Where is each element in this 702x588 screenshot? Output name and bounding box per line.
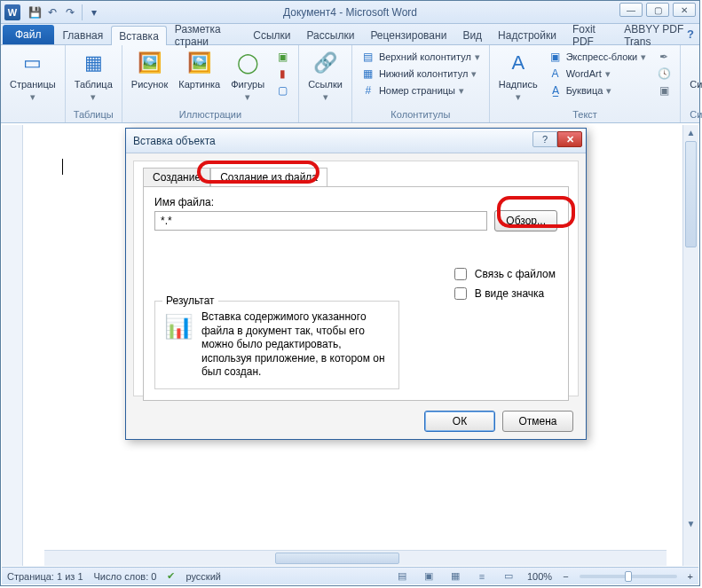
browse-button[interactable]: Обзор... bbox=[494, 210, 557, 231]
quickparts-icon: ▣ bbox=[548, 50, 563, 64]
view-draft[interactable]: ▭ bbox=[501, 569, 517, 584]
chevron-down-icon: ▾ bbox=[91, 6, 97, 19]
quickparts-label: Экспресс-блоки bbox=[566, 51, 638, 62]
object-button[interactable]: ▣ bbox=[655, 82, 673, 98]
textbox-button[interactable]: A Надпись ▾ bbox=[495, 47, 541, 105]
zoom-thumb[interactable] bbox=[625, 571, 632, 582]
horizontal-scrollbar[interactable] bbox=[44, 550, 667, 566]
link-to-file-checkbox[interactable]: Связь с файлом bbox=[451, 265, 556, 283]
cancel-button[interactable]: Отмена bbox=[502, 411, 573, 432]
pages-button[interactable]: ▭ Страницы ▾ bbox=[6, 47, 59, 105]
group-headerfooter-label: Колонтитулы bbox=[358, 109, 484, 121]
chevron-down-icon: ▾ bbox=[459, 85, 464, 97]
file-tab[interactable]: Файл bbox=[3, 25, 54, 44]
group-links: 🔗 Ссылки ▾ bbox=[299, 45, 352, 122]
vscroll-thumb[interactable] bbox=[685, 141, 697, 247]
undo-button[interactable]: ↶ bbox=[43, 4, 61, 21]
view-web[interactable]: ▦ bbox=[447, 569, 463, 584]
group-tables: ▦ Таблица ▾ Таблицы bbox=[66, 45, 122, 122]
redo-button[interactable]: ↷ bbox=[61, 4, 79, 21]
status-language[interactable]: русский bbox=[185, 571, 220, 582]
display-as-icon-checkbox[interactable]: В виде значка bbox=[451, 285, 556, 302]
view-printlayout[interactable]: ▤ bbox=[394, 569, 410, 584]
qat-customize[interactable]: ▾ bbox=[85, 4, 103, 21]
shapes-button[interactable]: ◯ Фигуры ▾ bbox=[227, 47, 268, 105]
tab-addins[interactable]: Надстройки bbox=[490, 25, 564, 44]
group-symbols: Ω Символы ▾ Символы bbox=[681, 45, 702, 122]
chevron-down-icon: ▾ bbox=[605, 68, 611, 80]
close-button[interactable]: ✕ bbox=[673, 3, 696, 17]
hscroll-thumb[interactable] bbox=[275, 553, 399, 564]
textbox-icon: A bbox=[504, 49, 532, 77]
clipart-icon: 🖼️ bbox=[185, 49, 214, 77]
ribbon-tabs: Файл Главная Вставка Разметка страни Ссы… bbox=[1, 24, 699, 45]
outline-icon: ≡ bbox=[479, 571, 485, 582]
tab-references[interactable]: Ссылки bbox=[245, 25, 298, 44]
result-legend: Результат bbox=[162, 294, 218, 307]
group-tables-label: Таблицы bbox=[71, 109, 116, 121]
zoom-level[interactable]: 100% bbox=[527, 571, 552, 582]
view-outline[interactable]: ≡ bbox=[474, 569, 490, 584]
save-button[interactable]: 💾 bbox=[26, 4, 43, 21]
tab-layout[interactable]: Разметка страни bbox=[167, 25, 245, 44]
quickparts-button[interactable]: ▣Экспресс-блоки ▾ bbox=[547, 49, 649, 65]
checkbox-icon[interactable] bbox=[454, 268, 467, 280]
status-page[interactable]: Страница: 1 из 1 bbox=[7, 571, 83, 582]
table-button[interactable]: ▦ Таблица ▾ bbox=[71, 47, 116, 105]
group-headerfooter: ▤Верхний колонтитул ▾ ▦Нижний колонтитул… bbox=[352, 45, 490, 122]
close-icon: ✕ bbox=[566, 134, 574, 145]
zoom-out-button[interactable]: − bbox=[563, 571, 568, 582]
signature-button[interactable]: ✒ bbox=[655, 49, 673, 65]
screenshot-button[interactable]: ▢ bbox=[273, 82, 291, 98]
zoom-in-button[interactable]: + bbox=[688, 571, 693, 582]
checkbox-icon[interactable] bbox=[454, 287, 467, 300]
footer-icon: ▦ bbox=[361, 67, 375, 81]
datetime-button[interactable]: 🕓 bbox=[655, 66, 673, 82]
tab-view[interactable]: Вид bbox=[454, 25, 490, 44]
filename-input[interactable] bbox=[154, 211, 487, 231]
symbols-button[interactable]: Ω Символы ▾ bbox=[686, 47, 702, 105]
result-text: Вставка содержимого указанного файла в д… bbox=[201, 310, 390, 380]
chevron-down-icon: ▾ bbox=[323, 91, 328, 103]
dialog-title-bar[interactable]: Вставка объекта ? ✕ bbox=[126, 129, 586, 153]
vertical-scrollbar[interactable]: ▲ ▼ bbox=[682, 125, 698, 566]
dialog-pane: Имя файла: Обзор... Связь с файлом В вид… bbox=[143, 186, 569, 401]
picture-button[interactable]: 🖼️ Рисунок bbox=[128, 47, 172, 91]
scroll-up-icon[interactable]: ▲ bbox=[683, 125, 698, 139]
tab-create-from-file[interactable]: Создание из файла bbox=[210, 168, 327, 187]
minimize-button[interactable]: ― bbox=[619, 3, 643, 17]
view-fullscreen[interactable]: ▣ bbox=[421, 569, 437, 584]
dialog-help-button[interactable]: ? bbox=[532, 131, 557, 147]
tab-review[interactable]: Рецензировани bbox=[362, 25, 454, 44]
dropcap-button[interactable]: A̲Буквица ▾ bbox=[547, 82, 649, 98]
tab-foxit[interactable]: Foxit PDF bbox=[564, 25, 616, 44]
wordart-button[interactable]: AWordArt ▾ bbox=[547, 66, 649, 82]
tab-mailings[interactable]: Рассылки bbox=[299, 25, 363, 44]
help-icon: ? bbox=[542, 134, 548, 145]
tab-create-new[interactable]: Создание bbox=[143, 168, 210, 187]
tab-insert[interactable]: Вставка bbox=[111, 26, 167, 45]
pagenumber-icon: # bbox=[361, 83, 375, 98]
scroll-down-icon[interactable]: ▼ bbox=[683, 516, 698, 530]
wordart-icon: A bbox=[548, 67, 563, 81]
dialog-close-button[interactable]: ✕ bbox=[557, 131, 582, 147]
tab-home[interactable]: Главная bbox=[55, 25, 112, 44]
pagenumber-button[interactable]: #Номер страницы ▾ bbox=[359, 82, 482, 98]
ok-button[interactable]: ОК bbox=[424, 411, 495, 432]
header-button[interactable]: ▤Верхний колонтитул ▾ bbox=[359, 49, 482, 65]
status-words[interactable]: Число слов: 0 bbox=[94, 571, 157, 582]
pagenumber-label: Номер страницы bbox=[379, 85, 455, 96]
proofing-icon[interactable]: ✔ bbox=[167, 570, 175, 582]
chevron-down-icon: ▾ bbox=[475, 51, 480, 63]
maximize-button[interactable]: ▢ bbox=[646, 3, 669, 17]
clipart-button[interactable]: 🖼️ Картинка bbox=[175, 47, 224, 91]
footer-button[interactable]: ▦Нижний колонтитул ▾ bbox=[359, 66, 482, 82]
chevron-down-icon: ▾ bbox=[606, 85, 611, 97]
qat-separator bbox=[82, 4, 83, 20]
smartart-button[interactable]: ▣ bbox=[273, 49, 291, 65]
ribbon-help[interactable]: ? bbox=[687, 27, 694, 41]
web-icon: ▦ bbox=[451, 570, 460, 582]
chart-button[interactable]: ▮ bbox=[273, 66, 291, 82]
zoom-slider[interactable] bbox=[580, 575, 677, 578]
links-button[interactable]: 🔗 Ссылки ▾ bbox=[304, 47, 346, 105]
